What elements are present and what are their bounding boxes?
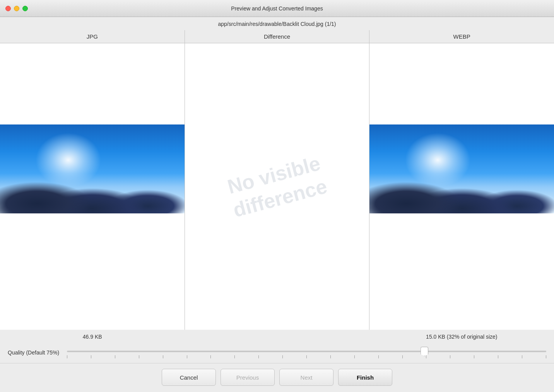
tick bbox=[139, 355, 139, 358]
jpg-file-size: 46.9 KB bbox=[0, 334, 185, 340]
webp-image bbox=[369, 124, 554, 213]
minimize-button[interactable] bbox=[14, 6, 19, 11]
window-title: Preview and Adjust Converted Images bbox=[231, 5, 323, 12]
webp-column-header: WEBP bbox=[369, 30, 554, 43]
jpg-panel bbox=[0, 43, 185, 330]
jpg-image bbox=[0, 124, 185, 213]
difference-watermark: No visibledifference bbox=[224, 151, 330, 222]
file-size-bar: 46.9 KB 15.0 KB (32% of original size) bbox=[0, 330, 554, 344]
next-button[interactable]: Next bbox=[279, 369, 333, 386]
file-path-bar: app/src/main/res/drawable/Backlit Cloud.… bbox=[0, 17, 554, 30]
tick bbox=[115, 355, 115, 358]
previous-button[interactable]: Previous bbox=[221, 369, 275, 386]
close-button[interactable] bbox=[5, 6, 11, 11]
tick bbox=[378, 355, 379, 358]
cancel-button[interactable]: Cancel bbox=[162, 369, 216, 386]
title-bar: Preview and Adjust Converted Images bbox=[0, 0, 554, 17]
window-controls bbox=[5, 6, 28, 11]
quality-label: Quality (Default 75%) bbox=[8, 349, 59, 356]
difference-panel: No visibledifference bbox=[185, 43, 370, 330]
tick bbox=[426, 355, 426, 358]
tick bbox=[474, 355, 474, 358]
difference-column-header: Difference bbox=[185, 30, 370, 43]
tick bbox=[210, 355, 211, 358]
tick bbox=[546, 355, 546, 358]
tick bbox=[187, 355, 187, 358]
image-area: No visibledifference bbox=[0, 43, 554, 330]
tick bbox=[91, 355, 91, 358]
finish-button[interactable]: Finish bbox=[338, 369, 392, 386]
tick bbox=[330, 355, 331, 358]
tick bbox=[282, 355, 283, 358]
webp-file-size: 15.0 KB (32% of original size) bbox=[369, 334, 554, 340]
webp-panel bbox=[369, 43, 554, 330]
jpg-column-header: JPG bbox=[0, 30, 185, 43]
tick bbox=[163, 355, 163, 358]
tick bbox=[67, 355, 67, 358]
tick bbox=[258, 355, 259, 358]
tick bbox=[234, 355, 235, 358]
file-path: app/src/main/res/drawable/Backlit Cloud.… bbox=[218, 21, 336, 27]
tick bbox=[402, 355, 403, 358]
column-headers: JPG Difference WEBP bbox=[0, 30, 554, 43]
tick bbox=[450, 355, 450, 358]
maximize-button[interactable] bbox=[22, 6, 28, 11]
quality-slider-container bbox=[67, 347, 546, 358]
tick bbox=[306, 355, 307, 358]
quality-bar: Quality (Default 75%) bbox=[0, 344, 554, 363]
button-bar: Cancel Previous Next Finish bbox=[0, 363, 554, 392]
tick bbox=[498, 355, 498, 358]
quality-slider[interactable] bbox=[67, 351, 546, 352]
slider-ticks bbox=[67, 355, 546, 358]
tick bbox=[522, 355, 522, 358]
tick bbox=[354, 355, 355, 358]
